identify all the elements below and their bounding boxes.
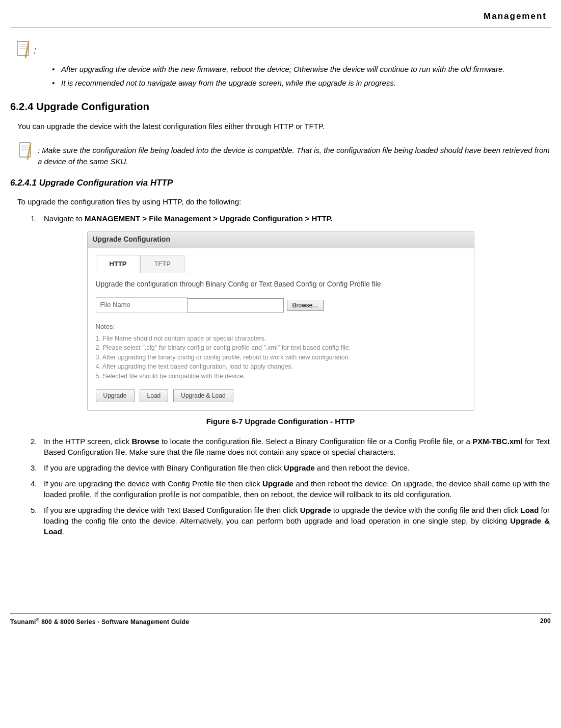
step-list: 1. Navigate to MANAGEMENT > File Managem… <box>31 213 550 224</box>
step-list-cont: 2. In the HTTP screen, click Browse to l… <box>31 436 550 537</box>
step-item: 5. If you are upgrading the device with … <box>31 505 550 537</box>
subsection-intro: To upgrade the configuration files by us… <box>17 196 551 207</box>
panel-note-line: 5. Selected file should be compatible wi… <box>96 372 466 381</box>
upgrade-button[interactable]: Upgrade <box>96 389 135 402</box>
upgrade-config-panel: Upgrade Configuration HTTP TFTP Upgrade … <box>87 231 474 411</box>
panel-note-line: 4. After upgrading the text based config… <box>96 362 466 372</box>
tab-http[interactable]: HTTP <box>96 255 141 273</box>
panel-note-line: 1. File Name should not contain space or… <box>96 334 466 344</box>
footer-page-number: 200 <box>540 617 551 627</box>
panel-note-line: 2. Please select ".cfg" for binary confi… <box>96 344 466 353</box>
step-item: 3. If you are upgrading the device with … <box>31 462 550 473</box>
figure: Upgrade Configuration HTTP TFTP Upgrade … <box>10 231 551 427</box>
browse-button[interactable]: Browse... <box>287 300 324 311</box>
footer-left: Tsunami® 800 & 8000 Series - Software Ma… <box>10 617 189 627</box>
file-name-label: File Name <box>96 297 188 313</box>
note-icon <box>17 142 34 161</box>
note-item: It is recommended not to navigate away f… <box>52 77 551 88</box>
notes-label: Notes: <box>96 322 466 331</box>
step-item: 2. In the HTTP screen, click Browse to l… <box>31 436 550 457</box>
subsection-heading: 6.2.4.1 Upgrade Configuration via HTTP <box>10 177 551 189</box>
tab-tftp[interactable]: TFTP <box>140 255 184 273</box>
note-colon: : <box>34 44 36 57</box>
note-icon <box>15 40 32 60</box>
panel-note-line: 3. After upgrading the binary config or … <box>96 353 466 362</box>
file-name-input[interactable] <box>187 298 284 313</box>
section-heading: 6.2.4 Upgrade Configuration <box>10 99 551 114</box>
load-button[interactable]: Load <box>140 389 169 402</box>
note-item: After upgrading the device with the new … <box>52 64 551 74</box>
panel-notes: 1. File Name should not contain space or… <box>96 334 466 381</box>
step-item: 4. If you are upgrading the device with … <box>31 478 550 500</box>
header-rule <box>10 28 551 28</box>
step-item: 1. Navigate to MANAGEMENT > File Managem… <box>31 213 550 224</box>
note-inline: : Make sure the configuration file being… <box>17 142 551 167</box>
note-inline-text: : Make sure the configuration file being… <box>38 145 551 167</box>
figure-caption: Figure 6-7 Upgrade Configuration - HTTP <box>10 416 551 427</box>
tab-bar: HTTP TFTP <box>96 254 466 273</box>
note-block-top: : After upgrading the device with the ne… <box>15 40 551 88</box>
section-intro: You can upgrade the device with the late… <box>17 121 551 132</box>
page-footer: Tsunami® 800 & 8000 Series - Software Ma… <box>10 613 551 627</box>
panel-instruction: Upgrade the configuration through Binary… <box>96 279 466 290</box>
upgrade-and-load-button[interactable]: Upgrade & Load <box>173 389 233 402</box>
panel-title: Upgrade Configuration <box>88 231 474 248</box>
page-header: Management <box>10 10 551 22</box>
